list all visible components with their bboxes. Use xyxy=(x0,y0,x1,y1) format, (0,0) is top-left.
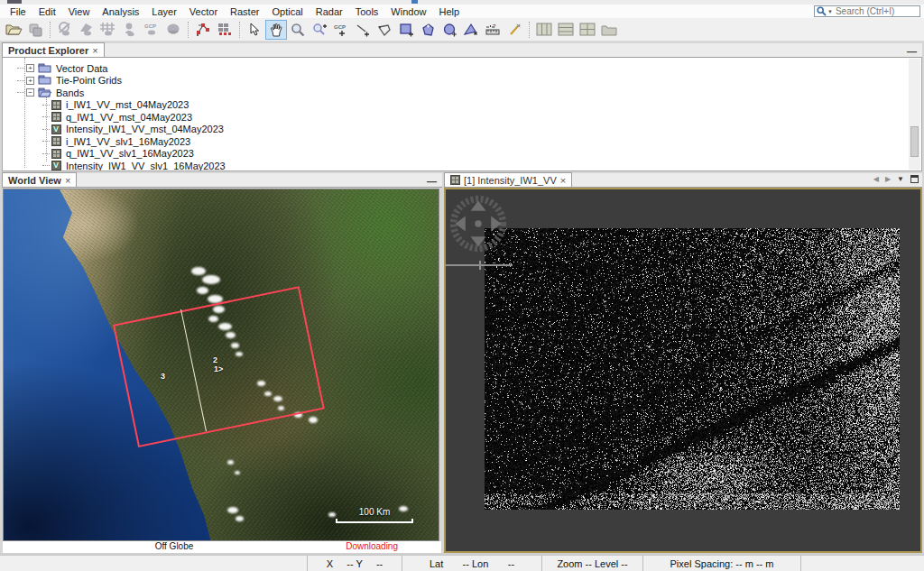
tree-item[interactable]: −Bands xyxy=(3,87,909,99)
menu-item-view[interactable]: View xyxy=(62,6,97,17)
tile-horizontally-button[interactable] xyxy=(555,20,577,40)
save-product-button[interactable] xyxy=(24,20,46,40)
scrollbar-thumb[interactable] xyxy=(910,126,919,157)
tie-point-grid-icon xyxy=(100,22,116,37)
svg-text:GCP: GCP xyxy=(144,23,156,29)
pin-manager-icon xyxy=(122,22,138,37)
close-icon[interactable]: × xyxy=(92,46,97,55)
status-xy: X -- Y -- xyxy=(307,556,402,571)
cloud xyxy=(235,471,240,474)
select-arrow-icon xyxy=(249,23,260,36)
tree-item[interactable]: i_IW1_VV_slv1_16May2023 xyxy=(3,135,909,148)
menu-item-file[interactable]: File xyxy=(4,6,32,17)
cloud xyxy=(227,460,234,465)
zoom-slider[interactable] xyxy=(446,264,513,266)
menu-item-vector[interactable]: Vector xyxy=(183,6,224,17)
menu-item-layer[interactable]: Layer xyxy=(145,6,183,17)
tile-grid-button[interactable] xyxy=(577,20,598,40)
open-product-button[interactable] xyxy=(3,20,24,40)
menu-item-raster[interactable]: Raster xyxy=(224,6,265,17)
tree-item[interactable]: q_IW1_VV_mst_04May2023 xyxy=(3,111,909,124)
zoom-all-tool-button[interactable] xyxy=(309,20,330,40)
gcp-insert-tool-button[interactable]: GCP xyxy=(330,20,352,40)
minimize-icon[interactable]: — xyxy=(907,46,917,57)
menu-item-radar[interactable]: Radar xyxy=(310,6,349,17)
pan-tool-button[interactable] xyxy=(265,20,287,40)
pan-hand-icon xyxy=(270,23,283,37)
tree-connector xyxy=(42,105,50,106)
dock-group-button[interactable] xyxy=(598,20,620,40)
menu-item-help[interactable]: Help xyxy=(432,6,466,17)
zoom-tool-button[interactable] xyxy=(287,20,309,40)
tree-item-label: i_IW1_VV_slv1_16May2023 xyxy=(66,136,190,147)
show-geometry-button[interactable] xyxy=(54,20,76,40)
raster-band-icon xyxy=(450,175,460,185)
minimize-icon[interactable]: — xyxy=(427,176,437,187)
pan-center-dot xyxy=(475,220,482,227)
scroll-tabs-right-icon[interactable]: ▶ xyxy=(885,175,891,183)
search-scope-caret-icon[interactable]: ▼ xyxy=(827,9,833,14)
cloud xyxy=(191,267,206,275)
polyline-drawing-tool-button[interactable] xyxy=(374,20,395,40)
image-view-content[interactable] xyxy=(444,188,922,553)
scale-line xyxy=(336,519,413,523)
search-box[interactable]: ▼ xyxy=(814,5,920,17)
zoom-slider-handle[interactable] xyxy=(479,261,481,270)
status-pixel-spacing: Pixel Spacing: -- m -- m xyxy=(642,556,800,571)
tree-item[interactable]: +Tie-Point Grids xyxy=(3,75,909,87)
navigation-control[interactable] xyxy=(448,193,509,254)
batch-processing-button[interactable] xyxy=(214,20,236,40)
maximize-icon[interactable] xyxy=(910,175,919,183)
tree-item[interactable]: VIntensity_IW1_VV_mst_04May2023 xyxy=(3,124,909,136)
polygon-drawing-tool-button[interactable] xyxy=(417,20,439,40)
rectangle-drawing-tool-button[interactable] xyxy=(395,20,417,40)
tree-item[interactable]: VIntensity_IW1_VV_slv1_16May2023 xyxy=(3,160,909,171)
mask-manager-button[interactable] xyxy=(162,20,184,40)
tree-item[interactable]: q_IW1_VV_slv1_16May2023 xyxy=(3,148,909,161)
raster-band-icon xyxy=(51,112,61,122)
expand-icon[interactable]: + xyxy=(26,64,34,72)
menu-item-optical[interactable]: Optical xyxy=(265,6,309,17)
tab-list-dropdown-icon[interactable]: ▼ xyxy=(897,175,904,183)
select-tool-button[interactable] xyxy=(244,20,265,40)
tie-point-grid-button[interactable] xyxy=(97,20,119,40)
menu-item-analysis[interactable]: Analysis xyxy=(96,6,145,17)
status-empty-section xyxy=(0,556,307,571)
image-view-panel: [1] Intensity_IW1_VV × ◀ ▶ ▼ xyxy=(444,173,922,553)
export-geometry-button[interactable] xyxy=(460,20,482,40)
tree-item[interactable]: +Vector Data xyxy=(3,62,909,75)
magic-wand-button[interactable] xyxy=(504,20,525,40)
world-map-view[interactable]: 3 2 1> 100 Km xyxy=(3,189,439,541)
menu-item-tools[interactable]: Tools xyxy=(349,6,385,17)
gcp-manager-button[interactable]: GCP xyxy=(141,20,162,40)
collapse-icon[interactable]: − xyxy=(26,88,34,97)
tile-evenly-button[interactable] xyxy=(533,20,555,40)
world-view-tab[interactable]: World View × xyxy=(2,172,77,187)
tree-item[interactable]: i_IW1_VV_mst_04May2023 xyxy=(3,99,909,112)
vertical-scrollbar[interactable] xyxy=(909,59,920,170)
raster-band-icon xyxy=(51,100,61,110)
tree-connector xyxy=(17,80,24,81)
range-finder-button[interactable]: ? xyxy=(482,20,504,40)
graph-builder-button[interactable] xyxy=(192,20,214,40)
menu-item-window[interactable]: Window xyxy=(384,6,432,17)
menu-item-edit[interactable]: Edit xyxy=(32,6,62,17)
image-view-tab[interactable]: [1] Intensity_IW1_VV × xyxy=(444,172,572,187)
tile-horizontally-icon xyxy=(558,23,574,36)
import-vector-button[interactable] xyxy=(76,20,97,40)
sar-image[interactable] xyxy=(485,228,900,510)
folder-icon xyxy=(601,23,617,36)
expand-icon[interactable]: + xyxy=(26,77,34,85)
scroll-tabs-left-icon[interactable]: ◀ xyxy=(873,175,879,183)
magic-wand-icon xyxy=(507,23,522,37)
ellipse-drawing-tool-button[interactable] xyxy=(439,20,460,40)
pin-manager-button[interactable] xyxy=(119,20,141,40)
close-icon[interactable]: × xyxy=(560,176,566,185)
tree-connector xyxy=(42,141,50,142)
search-input[interactable] xyxy=(836,6,913,16)
circle-plus-icon xyxy=(442,23,457,37)
close-icon[interactable]: × xyxy=(65,176,70,185)
line-drawing-tool-button[interactable] xyxy=(352,20,374,40)
graph-builder-icon xyxy=(195,22,212,37)
product-explorer-tab[interactable]: Product Explorer × xyxy=(2,42,105,57)
